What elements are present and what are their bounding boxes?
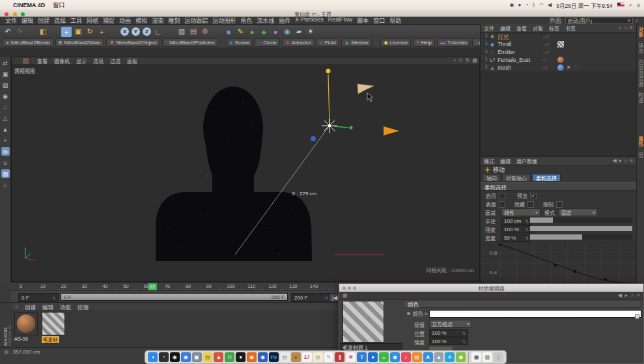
dock-icon[interactable]: Ps	[269, 352, 279, 362]
toolbar-icon[interactable]	[49, 27, 60, 37]
status-icon[interactable]: ᛒ	[532, 2, 535, 8]
object-type-icon[interactable]: Lº	[489, 57, 496, 63]
object-type-icon[interactable]: ▲	[489, 65, 496, 71]
viewport-nav-icon[interactable]: ◇	[459, 57, 463, 63]
toolbar-icon[interactable]: ▣	[73, 27, 83, 37]
object-state-dots[interactable]	[543, 42, 550, 48]
object-row[interactable]: ┖ ∴ Emitter	[481, 48, 636, 56]
attribute-tab[interactable]: 轴向	[483, 174, 501, 182]
tool-icon[interactable]: ∴	[1, 103, 10, 111]
viewport-menu-item[interactable]: 摄像机	[54, 57, 70, 64]
object-state-dots[interactable]	[543, 34, 550, 40]
plugin-button[interactable]: ?Help	[413, 38, 435, 47]
object-tag[interactable]	[557, 57, 564, 63]
panel-icon[interactable]: ◀	[618, 292, 622, 299]
menu-item[interactable]: 动画	[119, 16, 131, 25]
dock-icon[interactable]: ✎	[324, 352, 334, 362]
toolbar-icon[interactable]: Z	[142, 27, 152, 36]
object-row[interactable]: ┖ ☀ 灯光	[481, 33, 636, 40]
toolbar-icon[interactable]: ●	[247, 27, 257, 37]
object-tag[interactable]	[565, 64, 572, 71]
tool-icon[interactable]: ∪	[1, 158, 10, 167]
menu-item[interactable]: RealFlow	[328, 16, 353, 25]
tool-icon[interactable]: ▥	[1, 169, 10, 178]
dock-icon[interactable]: ◒	[379, 352, 389, 362]
object-name[interactable]: Thrall	[497, 41, 511, 48]
y-handle-dot[interactable]	[349, 126, 352, 129]
tool-icon[interactable]: ▲	[1, 125, 10, 133]
menu-item[interactable]: 书签	[565, 25, 576, 32]
status-icon[interactable]: ◠	[539, 2, 544, 8]
object-tag[interactable]	[573, 64, 580, 71]
strength-field[interactable]: 100 %	[429, 337, 468, 345]
panel-icon[interactable]: ⌕	[631, 292, 634, 299]
toolbar-icon[interactable]: +	[96, 27, 107, 37]
plugin-button[interactable]: ●NitroBlast2Bomb	[3, 38, 53, 47]
toolbar-icon[interactable]: ✎	[235, 27, 245, 37]
tool-icon[interactable]: ▨	[1, 81, 10, 89]
toolbar-icon[interactable]: ↻	[85, 27, 95, 37]
menu-item[interactable]: 创建	[25, 303, 36, 311]
color-section-header[interactable]: 颜色	[404, 301, 640, 308]
material-list-area[interactable]: AS-08 毛发材	[11, 310, 339, 347]
grid-icon[interactable]: ▦	[343, 292, 348, 298]
object-name[interactable]: 灯光	[497, 33, 509, 40]
menu-item[interactable]: 编辑	[500, 158, 511, 165]
viewport-menu-item[interactable]: 面板	[127, 57, 137, 64]
plugin-button[interactable]: *NitroBlast2Particles	[162, 38, 218, 47]
plugin-button[interactable]: ▲Mesher	[341, 38, 372, 47]
object-type-icon[interactable]: ◆	[489, 42, 496, 48]
attribute-tab[interactable]: 对象轴心	[502, 174, 531, 182]
checkbox[interactable]	[530, 193, 537, 199]
object-tag[interactable]	[557, 64, 564, 71]
tool-icon[interactable]: ◉	[1, 92, 10, 100]
menu-item[interactable]: 窗口	[373, 16, 385, 25]
toolbar-icon[interactable]: ◉	[282, 27, 292, 37]
dock-icon[interactable]: ◔	[159, 352, 169, 362]
menu-item[interactable]: 模式	[484, 158, 494, 165]
dock-icon[interactable]: ●	[236, 352, 245, 362]
cone-handle[interactable]	[384, 126, 399, 135]
menu-item[interactable]: 角色	[240, 16, 252, 25]
status-icon[interactable]: ◉	[510, 2, 514, 8]
tool-icon[interactable]: ▣	[1, 70, 10, 78]
viewport-cube-icon[interactable]	[22, 57, 29, 64]
toolbar-icon[interactable]: ⚙	[200, 27, 210, 37]
app-menu[interactable]: CINEMA 4D	[13, 2, 45, 8]
menu-item[interactable]: 帮助	[389, 16, 401, 25]
value-field[interactable]: 50 %	[501, 234, 531, 242]
checkbox[interactable]	[499, 193, 505, 199]
toolbar-icon[interactable]: ↷	[14, 27, 25, 37]
menu-item[interactable]: 功能	[60, 303, 71, 311]
object-row[interactable]: ┖ ▲ mesh	[481, 64, 636, 72]
object-name[interactable]: Female_Bust	[497, 57, 530, 63]
dock-icon[interactable]: ●	[368, 352, 378, 362]
menu-item[interactable]: 编辑	[500, 25, 511, 32]
plugin-button[interactable]: ●Scene	[227, 38, 253, 47]
side-tab[interactable]: 对象	[637, 27, 644, 38]
menu-item[interactable]: 脚本	[357, 16, 369, 25]
material-preview[interactable]	[343, 301, 384, 343]
slider-track[interactable]	[530, 234, 632, 240]
tool-icon[interactable]: △	[1, 114, 10, 122]
plugin-button[interactable]: ▼NitroBlast2Object	[106, 38, 160, 47]
dock-icon[interactable]: ✱	[346, 352, 356, 362]
dock-icon[interactable]: ✈	[445, 352, 455, 362]
dock-icon[interactable]: ◉	[456, 352, 466, 362]
menu-item[interactable]: 捕捉	[103, 16, 115, 25]
interface-select[interactable]: 启动(用户)	[565, 17, 633, 24]
toolbar-icon[interactable]: ■	[223, 27, 234, 37]
plugin-button[interactable]: ≈Fluid	[316, 38, 339, 47]
viewport-nav-icon[interactable]: ▦	[472, 57, 477, 63]
checkbox[interactable]	[556, 201, 563, 208]
soft-selection-section-header[interactable]: 柔和选择	[481, 182, 636, 191]
material-label[interactable]: AS-08	[14, 336, 28, 342]
dock-icon[interactable]: ▦	[471, 352, 481, 362]
menu-item[interactable]: 文件	[484, 25, 494, 32]
toolbar-icon[interactable]: ♣	[259, 27, 269, 37]
object-manager-empty-area[interactable]	[481, 72, 636, 156]
attribute-tab[interactable]: 柔和选择	[532, 174, 561, 182]
menu-item[interactable]: 创建	[38, 16, 49, 25]
dock-icon[interactable]: ◉	[390, 352, 400, 362]
dock-icon[interactable]: ◉	[170, 352, 180, 362]
